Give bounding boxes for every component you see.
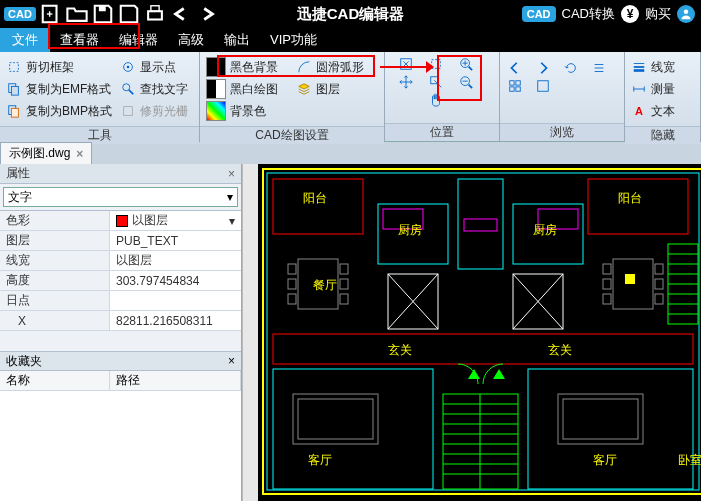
svg-text:餐厅: 餐厅 [313,278,337,292]
hand-icon[interactable] [428,92,444,108]
tool-show-point[interactable]: 显示点 [120,56,193,78]
menu-output[interactable]: 输出 [214,28,260,52]
svg-rect-33 [510,87,514,91]
cad-drawing: 阳台 阳台 厨房 厨房 餐厅 [258,164,701,501]
ribbon-group-hide: 线宽 测量 A文本 隐藏 [625,52,701,141]
open-icon[interactable] [66,3,88,25]
prop-row-color[interactable]: 色彩 以图层▾ [0,211,241,231]
tool-copy-emf[interactable]: 复制为EMF格式 [6,78,112,100]
document-tab[interactable]: 示例图.dwg × [0,142,92,164]
svg-rect-69 [655,279,663,289]
label: 背景色 [230,103,266,120]
menu-viewer[interactable]: 查看器 [50,28,109,52]
refresh-icon[interactable] [563,60,579,76]
fit-icon[interactable] [398,56,414,72]
col-path[interactable]: 路径 [110,371,241,390]
prop-value[interactable]: 以图层▾ [110,211,241,230]
bgcolor-icon [206,101,226,121]
prop-value[interactable]: 82811.216508311 [110,311,241,330]
prop-value[interactable] [110,291,241,310]
zoom-extents-icon[interactable] [428,56,444,72]
grid-icon[interactable] [507,78,523,94]
thumb-icon[interactable] [535,78,551,94]
svg-rect-71 [625,274,635,284]
hide-lineweight[interactable]: 线宽 [631,56,694,78]
menu-bar: 文件 查看器 编辑器 高级 输出 VIP功能 [0,28,701,52]
saveas-icon[interactable] [118,3,140,25]
svg-rect-54 [458,179,503,269]
new-icon[interactable] [40,3,62,25]
favorites-close-icon[interactable]: × [228,354,235,368]
prop-value[interactable]: 以图层 [110,251,241,270]
prop-row-origin[interactable]: 日点 [0,291,241,311]
prop-row-lineweight[interactable]: 线宽以图层 [0,251,241,271]
setting-bw-draw[interactable]: 黑白绘图 [206,78,288,100]
undo-icon[interactable] [170,3,192,25]
user-icon[interactable] [677,5,695,23]
redo-icon[interactable] [196,3,218,25]
prop-value[interactable]: PUB_TEXT [110,231,241,250]
favorites-list-header: 名称 路径 [0,371,241,391]
chevron-down-icon[interactable]: ▾ [229,214,235,228]
svg-text:客厅: 客厅 [308,453,332,467]
hide-measure[interactable]: 测量 [631,78,694,100]
svg-text:客厅: 客厅 [593,453,617,467]
group-label: 浏览 [500,123,624,141]
svg-rect-3 [99,6,106,12]
menu-editor[interactable]: 编辑器 [109,28,168,52]
menu-file[interactable]: 文件 [0,28,50,52]
buy-button[interactable]: 购买 [645,5,671,23]
close-tab-icon[interactable]: × [76,147,83,161]
find-icon [120,81,136,97]
svg-point-12 [123,84,130,91]
menu-vip[interactable]: VIP功能 [260,28,327,52]
svg-rect-89 [273,369,433,489]
svg-text:玄关: 玄关 [548,343,572,357]
hide-text[interactable]: A文本 [631,100,694,122]
print-icon[interactable] [144,3,166,25]
setting-layers[interactable]: 图层 [296,78,378,100]
zoom-window-icon[interactable] [428,74,444,90]
panel-scrollbar[interactable] [242,164,258,501]
prev-icon[interactable] [507,60,523,76]
label: 线宽 [651,59,675,76]
zoom-out-icon[interactable] [458,74,474,90]
property-grid: 色彩 以图层▾ 图层PUB_TEXT 线宽以图层 高度303.797454834… [0,210,241,331]
svg-rect-35 [538,81,549,92]
tool-find-text[interactable]: 查找文字 [120,78,193,100]
svg-text:厨房: 厨房 [533,223,557,237]
prop-key: 色彩 [0,211,110,230]
prop-row-height[interactable]: 高度303.797454834 [0,271,241,291]
drawing-canvas[interactable]: 阳台 阳台 厨房 厨房 餐厅 [258,164,701,501]
arc-icon [296,59,312,75]
prop-key: 图层 [0,231,110,250]
svg-rect-62 [340,294,348,304]
move-icon[interactable] [398,74,414,90]
prop-value[interactable]: 303.797454834 [110,271,241,290]
tab-label: 示例图.dwg [9,145,70,162]
menu-advanced[interactable]: 高级 [168,28,214,52]
save-icon[interactable] [92,3,114,25]
svg-rect-66 [603,279,611,289]
bmp-icon [6,103,22,119]
convert-button[interactable]: CAD转换 [562,5,615,23]
ribbon-group-tools: 剪切框架 显示点 复制为EMF格式 查找文字 复制为BMP格式 修剪光栅 工具 [0,52,200,141]
prop-row-layer[interactable]: 图层PUB_TEXT [0,231,241,251]
svg-rect-93 [528,369,693,489]
zoom-in-icon[interactable] [458,56,474,72]
panel-close-icon[interactable]: × [228,167,235,181]
label: 圆滑弧形 [316,59,364,76]
list-icon[interactable] [591,60,607,76]
col-name[interactable]: 名称 [0,371,110,390]
label: 剪切框架 [26,59,74,76]
label: 图层 [316,81,340,98]
yen-icon[interactable]: ¥ [621,5,639,23]
setting-bgcolor[interactable]: 背景色 [206,100,288,122]
tool-crop-frame[interactable]: 剪切框架 [6,56,112,78]
setting-smooth-arc[interactable]: 圆滑弧形 [296,56,378,78]
next-icon[interactable] [535,60,551,76]
category-dropdown[interactable]: 文字 ▾ [3,187,238,207]
prop-row-x[interactable]: X82811.216508311 [0,311,241,331]
tool-copy-bmp[interactable]: 复制为BMP格式 [6,100,112,122]
setting-black-bg[interactable]: 黑色背景 [206,56,288,78]
